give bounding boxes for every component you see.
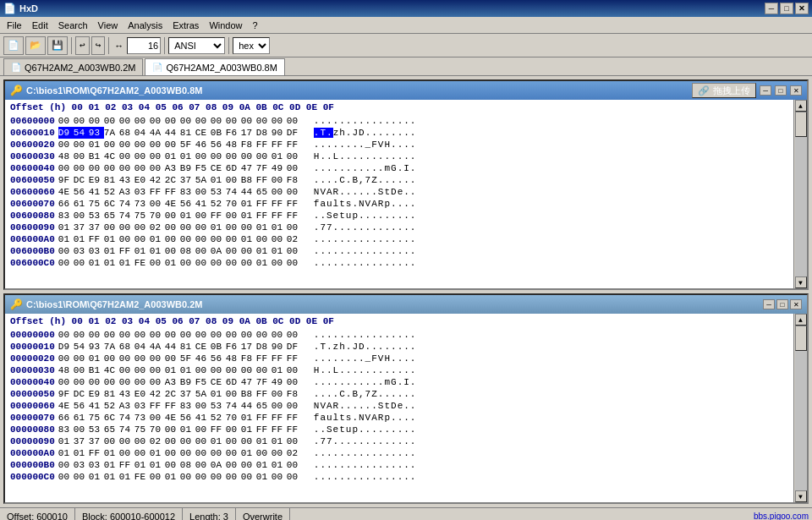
table-row: 000000604E 56 41 52 A3 03 FF FF 83 00 53… [8,400,418,412]
panel-maximize-bottom[interactable]: □ [776,299,788,309]
table-row: 0000003048 00 B1 4C 00 00 00 01 01 00 00… [8,364,418,376]
table-row: 0060002000 00 01 00 00 00 00 00 5F 46 56… [8,139,418,151]
toolbar-sep3 [164,37,165,54]
menu-extras[interactable]: Extras [167,19,204,32]
scrollbar-top[interactable]: ▲ ▼ [793,100,807,288]
table-row: 00600010D9 54 93 7A 68 04 4A 44 81 CE 0B… [8,127,418,139]
scroll-track-top[interactable] [795,112,807,276]
scroll-thumb-top[interactable] [795,112,807,137]
panel-minimize-top[interactable]: ─ [760,85,771,96]
panel-header-bottom: 🔑 C:\bios1\ROM\Q67H2AM2_A003WB0.2M ─ □ ✕ [5,295,807,314]
panel-maximize-top[interactable]: □ [775,85,787,96]
status-length: Length: 3 [183,508,236,520]
table-row: 0000007066 61 75 6C 74 73 00 4E 56 41 52… [8,412,418,424]
tab-label-1: Q67H2AM2_A003WB0.2M [25,63,135,73]
cols-label: ↔ [112,41,125,51]
status-bar: Offset: 600010 Block: 600010-600012 Leng… [0,507,812,520]
table-row: 0060003048 00 B1 4C 00 00 00 01 01 00 00… [8,151,418,162]
panel-close-bottom[interactable]: ✕ [790,299,802,309]
table-row: 000000C000 00 01 01 01 FE 00 01 00 00 00… [8,471,418,483]
hex-table-top: Offset (h) 00 01 02 03 04 05 06 07 08 09… [8,101,418,269]
table-row: 000000A001 01 FF 01 00 00 01 00 00 00 00… [8,447,418,459]
toolbar: 📄 📂 💾 ↩ ↪ ↔ ANSI UTF-8 Unicode hex dec o… [0,34,812,57]
menu-bar: File Edit Search View Analysis Extras Wi… [0,17,812,34]
scroll-track-bottom[interactable] [795,326,807,490]
panel-icon-bottom: 🔑 [10,298,23,310]
scroll-up-bottom[interactable]: ▲ [795,314,807,326]
menu-window[interactable]: Window [204,19,247,32]
scroll-up-top[interactable]: ▲ [795,100,807,112]
view-select[interactable]: hex dec oct [233,37,270,54]
table-row: 0000009001 37 37 00 00 00 02 00 00 00 01… [8,435,418,447]
title-bar: 📄 HxD ─ □ ✕ [0,0,812,17]
minimize-button[interactable]: ─ [765,3,778,14]
table-row: 0000004000 00 00 00 00 00 00 A3 B9 F5 CE… [8,376,418,388]
table-row: 006000C000 00 01 01 01 FE 00 01 00 00 00… [8,257,418,269]
encoding-select[interactable]: ANSI UTF-8 Unicode [168,37,225,54]
table-row: 0000008083 00 53 65 74 75 70 00 01 00 FF… [8,424,418,435]
main-area: 🔑 C:\bios1\ROM\Q67H2AM2_A003WB0.8M 🔗 拖拽上… [0,76,812,507]
table-row: 0060008083 00 53 65 74 75 70 00 01 00 FF… [8,210,418,222]
toolbar-sep1 [71,37,72,54]
hex-panel-bottom: 🔑 C:\bios1\ROM\Q67H2AM2_A003WB0.2M ─ □ ✕… [3,293,809,504]
upload-button[interactable]: 🔗 拖拽上传 [692,83,756,98]
scroll-thumb-bottom[interactable] [795,326,807,351]
table-row: 0060007066 61 75 6C 74 73 00 4E 56 41 52… [8,198,418,210]
table-row: 006000509F DC E9 81 43 E0 42 2C 37 5A 01… [8,174,418,186]
toolbar-sep4 [228,37,229,54]
tab-icon-2: 📄 [152,63,162,72]
table-row: 0060004000 00 00 00 00 00 00 A3 B9 F5 CE… [8,162,418,174]
toolbar-sep2 [108,37,109,54]
maximize-button[interactable]: □ [780,3,793,14]
table-row: 000000B000 03 03 01 FF 01 01 00 08 00 0A… [8,459,418,471]
panel-icon-top: 🔑 [10,85,23,96]
status-block: Block: 600010-600012 [75,508,183,520]
table-row: 000000509F DC E9 81 43 E0 42 2C 37 5A 01… [8,388,418,400]
watermark: bbs.pigoo.com [754,512,809,520]
tab-label-2: Q67H2AM2_A003WB0.8M [166,63,277,73]
cols-input[interactable] [127,37,161,54]
table-row: 0060000000 00 00 00 00 00 00 00 00 00 00… [8,115,418,127]
close-button[interactable]: ✕ [795,3,809,14]
menu-search[interactable]: Search [53,19,93,32]
scroll-down-top[interactable]: ▼ [795,276,807,288]
status-mode: Overwrite [236,508,290,520]
menu-edit[interactable]: Edit [27,19,53,32]
hex-table-bottom: Offset (h) 00 01 02 03 04 05 06 07 08 09… [8,315,418,483]
tab-02m[interactable]: 📄 Q67H2AM2_A003WB0.2M [3,58,143,75]
tabs-bar: 📄 Q67H2AM2_A003WB0.2M 📄 Q67H2AM2_A003WB0… [0,57,812,76]
panel-path-top: C:\bios1\ROM\Q67H2AM2_A003WB0.8M [26,85,202,96]
app-icon: 📄 [3,3,16,14]
open-button[interactable]: 📂 [25,36,46,55]
tab-08m[interactable]: 📄 Q67H2AM2_A003WB0.8M [145,58,284,75]
menu-view[interactable]: View [93,19,123,32]
app-title: HxD [19,3,38,14]
table-row: 00000010D9 54 93 7A 68 04 4A 44 81 CE 0B… [8,341,418,353]
scrollbar-bottom[interactable]: ▲ ▼ [793,314,807,502]
undo-button[interactable]: ↩ [75,36,90,55]
menu-help[interactable]: ? [248,19,263,32]
table-row: 006000B000 03 03 01 FF 01 01 00 08 00 0A… [8,245,418,257]
upload-label: 拖拽上传 [713,85,750,97]
hex-panel-top: 🔑 C:\bios1\ROM\Q67H2AM2_A003WB0.8M 🔗 拖拽上… [3,79,809,290]
scroll-down-bottom[interactable]: ▼ [795,490,807,502]
panel-close-top[interactable]: ✕ [790,85,802,96]
table-row: 006000604E 56 41 52 A3 03 FF FF 83 00 53… [8,186,418,198]
redo-button[interactable]: ↪ [91,36,106,55]
save-button[interactable]: 💾 [47,36,68,55]
status-offset: Offset: 600010 [3,508,75,520]
table-row: 0000000000 00 00 00 00 00 00 00 00 00 00… [8,329,418,341]
panel-header-top: 🔑 C:\bios1\ROM\Q67H2AM2_A003WB0.8M 🔗 拖拽上… [5,81,807,100]
new-button[interactable]: 📄 [3,36,24,55]
menu-file[interactable]: File [2,19,27,32]
panel-minimize-bottom[interactable]: ─ [763,299,775,309]
menu-analysis[interactable]: Analysis [123,19,167,32]
upload-icon: 🔗 [698,85,710,96]
table-row: 0000002000 00 01 00 00 00 00 00 5F 46 56… [8,353,418,364]
table-row: 006000A001 01 FF 01 00 00 01 00 00 00 00… [8,233,418,245]
window-controls: ─ □ ✕ [765,3,809,14]
panel-path-bottom: C:\bios1\ROM\Q67H2AM2_A003WB0.2M [26,299,202,309]
tab-icon-1: 📄 [11,63,21,72]
table-row: 0060009001 37 37 00 00 00 02 00 00 00 01… [8,222,418,233]
